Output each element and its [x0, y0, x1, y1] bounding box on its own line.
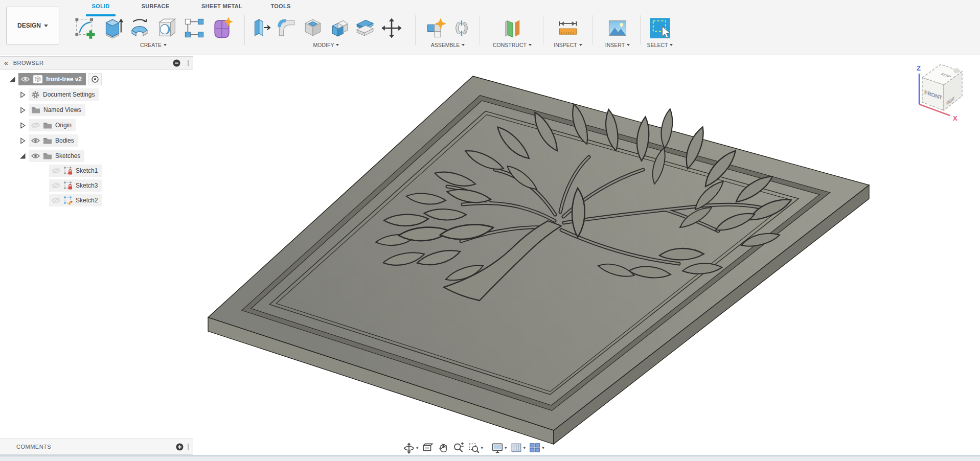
construct-plane-icon[interactable]	[501, 16, 523, 40]
grid-icon	[510, 442, 522, 454]
rectangular-pattern-icon[interactable]	[183, 16, 206, 40]
toolbar-group-modify: MODIFY	[250, 14, 402, 48]
insert-image-icon[interactable]	[606, 16, 629, 40]
create-sketch-icon[interactable]	[74, 16, 97, 40]
zoom-tool[interactable]	[452, 442, 465, 454]
chevron-down-icon	[164, 44, 167, 46]
create-form-icon[interactable]	[210, 16, 234, 40]
chevron-down-icon	[462, 44, 465, 46]
hole-icon[interactable]	[156, 16, 178, 40]
tab-surface[interactable]: SURFACE	[142, 3, 170, 9]
toolbar-group-assemble: ASSEMBLE	[421, 14, 474, 48]
zoom-window-icon	[468, 442, 480, 454]
construct-menu[interactable]: CONSTRUCT	[493, 42, 532, 48]
look-at-tool[interactable]	[422, 442, 434, 454]
create-menu[interactable]: CREATE	[140, 42, 167, 48]
browser-panel: « BROWSER	[0, 56, 193, 70]
select-menu[interactable]: SELECT	[647, 42, 673, 48]
toolbar-group-select: SELECT	[638, 14, 682, 48]
pan-tool[interactable]	[437, 442, 449, 454]
chevron-down-icon	[44, 25, 48, 27]
toolbar-separator	[543, 15, 543, 45]
look-at-icon	[422, 442, 434, 454]
chevron-down-icon	[336, 44, 339, 46]
chevron-down-icon	[529, 44, 532, 46]
toolbar-separator	[592, 15, 592, 45]
minimize-panel-icon[interactable]	[173, 59, 180, 67]
toolbar-separator	[480, 15, 480, 45]
orbit-icon	[403, 442, 415, 454]
move-icon[interactable]	[380, 16, 403, 40]
split-body-icon[interactable]	[354, 16, 376, 40]
navigation-toolbar: ▾ ▾	[403, 439, 544, 456]
zoom-window-tool[interactable]: ▾	[468, 442, 484, 454]
browser-header: « BROWSER	[0, 56, 193, 70]
chevron-down-icon: ▾	[523, 445, 526, 450]
toolbar-group-inspect: INSPECT	[545, 14, 591, 48]
viewports[interactable]: ▾	[529, 442, 544, 454]
collapse-panel-icon[interactable]: «	[4, 59, 8, 66]
select-icon[interactable]	[649, 16, 671, 40]
comments-bar[interactable]: COMMENTS	[0, 439, 193, 455]
modify-menu[interactable]: MODIFY	[313, 42, 339, 48]
panel-resize-handle[interactable]	[188, 60, 189, 66]
toolbar-separator	[415, 15, 416, 45]
new-component-icon[interactable]	[424, 16, 447, 40]
pan-hand-icon	[437, 442, 449, 454]
display-settings[interactable]: ▾	[491, 442, 507, 454]
inspect-menu[interactable]: INSPECT	[554, 42, 582, 48]
chevron-down-icon: ▾	[416, 445, 419, 450]
display-settings-icon	[491, 442, 504, 454]
grid-snaps[interactable]: ▾	[510, 442, 526, 454]
comments-resize-handle[interactable]	[188, 444, 189, 450]
extrude-icon[interactable]	[102, 16, 123, 40]
viewports-icon	[529, 442, 541, 454]
chevron-down-icon: ▾	[481, 445, 484, 450]
chevron-down-icon	[579, 44, 582, 46]
add-comment-icon[interactable]	[176, 443, 184, 451]
chevron-down-icon	[670, 44, 673, 46]
joint-icon[interactable]	[451, 16, 472, 40]
browser-title: BROWSER	[13, 60, 168, 66]
revolve-icon[interactable]	[128, 16, 151, 40]
z-axis-label: Z	[917, 64, 921, 72]
tab-solid[interactable]: SOLID	[92, 3, 109, 9]
fusion-window: DESIGN SOLID SURFACE SHEET METAL TOOLS	[0, 0, 980, 461]
toolbar: DESIGN SOLID SURFACE SHEET METAL TOOLS	[0, 0, 980, 55]
press-pull-icon[interactable]	[250, 16, 271, 40]
chevron-down-icon	[627, 44, 630, 46]
shell-icon[interactable]	[302, 16, 324, 40]
chevron-down-icon: ▾	[505, 445, 507, 450]
zoom-icon	[452, 442, 465, 454]
measure-icon[interactable]	[557, 16, 579, 40]
design-label: DESIGN	[17, 22, 41, 29]
fillet-icon[interactable]	[276, 16, 298, 40]
toolbar-group-create: CREATE	[77, 14, 230, 48]
toolbar-group-construct: CONSTRUCT	[489, 14, 536, 48]
insert-menu[interactable]: INSERT	[605, 42, 630, 48]
comments-title: COMMENTS	[16, 444, 176, 450]
combine-icon[interactable]	[328, 16, 350, 40]
assemble-menu[interactable]: ASSEMBLE	[431, 42, 465, 48]
orbit-tool[interactable]: ▾	[403, 442, 419, 454]
x-axis-label: X	[953, 114, 958, 122]
chevron-down-icon: ▾	[542, 445, 544, 450]
toolbar-group-insert: INSERT	[595, 14, 640, 48]
tab-sheet-metal[interactable]: SHEET METAL	[201, 3, 242, 9]
design-menu-button[interactable]: DESIGN	[6, 7, 59, 44]
viewcube[interactable]: Z X TOP FRONT RIGHT	[911, 51, 977, 125]
toolbar-separator	[244, 15, 245, 45]
tab-tools[interactable]: TOOLS	[270, 3, 290, 9]
